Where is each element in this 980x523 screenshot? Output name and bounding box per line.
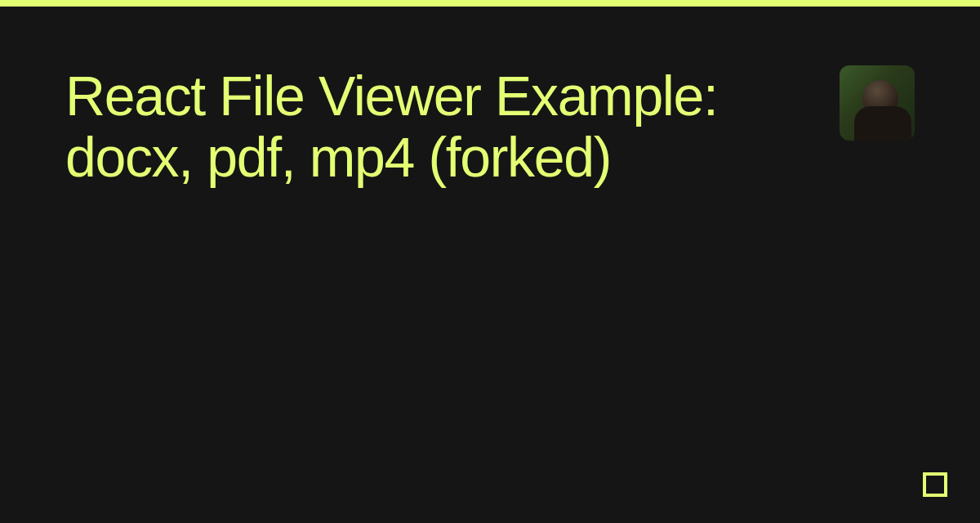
user-avatar[interactable] [840, 65, 915, 141]
page-title: React File Viewer Example: docx, pdf, mp… [65, 65, 735, 188]
square-icon [923, 472, 947, 497]
accent-top-bar [0, 0, 980, 7]
main-content: React File Viewer Example: docx, pdf, mp… [0, 7, 980, 188]
